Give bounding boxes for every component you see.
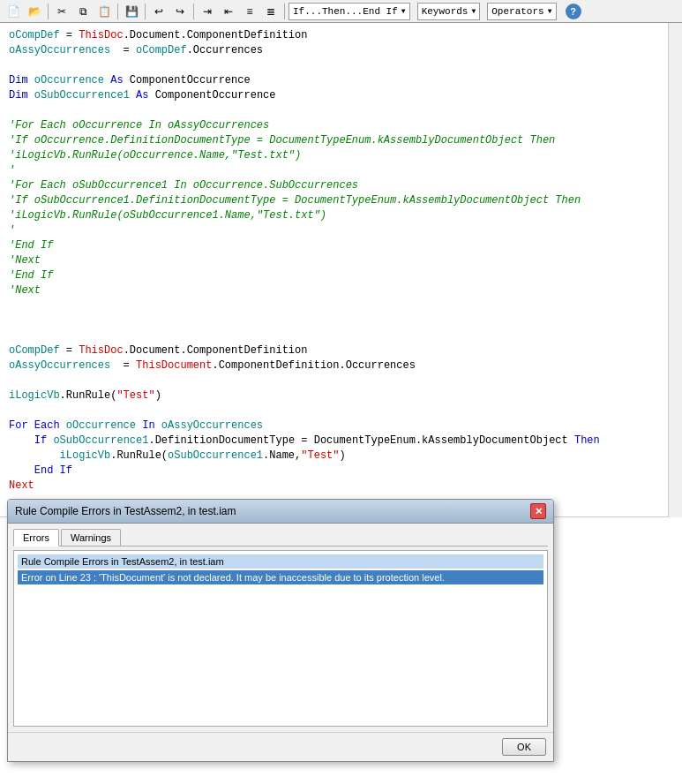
copy-button[interactable]: ⧉	[73, 2, 93, 21]
code-line: iLogicVb.RunRule(oSubOccurrence1.Name,"T…	[9, 449, 673, 464]
code-line	[9, 313, 673, 328]
toolbar: 📄 📂 ✂ ⧉ 📋 💾 ↩ ↪ ⇥ ⇤ ≡ ≣ If...Then...End …	[0, 0, 682, 23]
undo-button[interactable]: ↩	[149, 2, 169, 21]
error-header: Rule Compile Errors in TestAssem2, in te…	[18, 554, 543, 569]
tab-warnings[interactable]: Warnings	[61, 529, 121, 546]
indent-button[interactable]: ⇥	[198, 2, 217, 21]
code-line	[9, 103, 673, 118]
code-line: 'If oOccurrence.DefinitionDocumentType =…	[9, 133, 673, 148]
code-line: oAssyOccurrences = oCompDef.Occurrences	[9, 43, 673, 58]
code-line: Dim oSubOccurrence1 As ComponentOccurren…	[9, 88, 673, 103]
sep5	[284, 4, 285, 19]
dialog-title: Rule Compile Errors in TestAssem2, in te…	[15, 505, 236, 517]
keywords-dropdown[interactable]: Keywords ▼	[417, 3, 481, 20]
if-then-arrow: ▼	[401, 7, 406, 15]
operators-dropdown[interactable]: Operators ▼	[487, 3, 556, 20]
code-line	[9, 328, 673, 343]
dialog-titlebar: Rule Compile Errors in TestAssem2, in te…	[8, 500, 553, 524]
dialog-footer: OK	[8, 732, 553, 761]
scrollbar[interactable]	[668, 23, 682, 517]
sep4	[193, 4, 194, 19]
code-line: For Each oOccurrence In oAssyOccurrences	[9, 418, 673, 433]
error-message: Error on Line 23 : 'ThisDocument' is not…	[18, 570, 543, 584]
keywords-arrow: ▼	[471, 7, 476, 15]
compile-errors-dialog: Rule Compile Errors in TestAssem2, in te…	[7, 499, 554, 762]
help-button[interactable]: ?	[566, 4, 581, 19]
sep2	[117, 4, 118, 19]
code-line: '	[9, 223, 673, 238]
ok-button[interactable]: OK	[502, 738, 546, 756]
code-line	[9, 58, 673, 73]
dialog-body: Errors Warnings Rule Compile Errors in T…	[8, 524, 553, 732]
code-line: 'End If	[9, 238, 673, 253]
code-line: '	[9, 163, 673, 178]
operators-label: Operators	[491, 6, 543, 17]
sep3	[145, 4, 146, 19]
close-button[interactable]: ✕	[530, 503, 546, 519]
code-line: 'Next	[9, 283, 673, 298]
outdent-button[interactable]: ⇤	[219, 2, 238, 21]
if-then-dropdown[interactable]: If...Then...End If ▼	[289, 3, 410, 20]
code-line: 'If oSubOccurrence1.DefinitionDocumentTy…	[9, 193, 673, 208]
code-line	[9, 298, 673, 313]
code-line: 'For Each oSubOccurrence1 In oOccurrence…	[9, 178, 673, 193]
code-line: 'iLogicVb.RunRule(oOccurrence.Name,"Test…	[9, 148, 673, 163]
code-editor[interactable]: oCompDef = ThisDoc.Document.ComponentDef…	[0, 23, 682, 517]
sep1	[48, 4, 49, 19]
operators-arrow: ▼	[548, 7, 552, 15]
code-line: iLogicVb.RunRule("Test")	[9, 388, 673, 403]
new-button[interactable]: 📄	[4, 2, 23, 21]
open-button[interactable]: 📂	[25, 2, 44, 21]
dialog-tabs: Errors Warnings	[13, 529, 548, 547]
code-line: oCompDef = ThisDoc.Document.ComponentDef…	[9, 343, 673, 358]
cut-button[interactable]: ✂	[52, 2, 71, 21]
code-line	[9, 403, 673, 418]
code-line: 'End If	[9, 268, 673, 283]
save-button[interactable]: 💾	[122, 2, 141, 21]
keywords-label: Keywords	[422, 6, 468, 17]
code-line: 'For Each oOccurrence In oAssyOccurrence…	[9, 118, 673, 133]
redo-button[interactable]: ↪	[170, 2, 190, 21]
align-button[interactable]: ≡	[240, 2, 259, 21]
code-line: If oSubOccurrence1.DefinitionDocumentTyp…	[9, 433, 673, 449]
code-line: 'Next	[9, 253, 673, 268]
dialog-content: Rule Compile Errors in TestAssem2, in te…	[13, 550, 548, 727]
code-line: Next	[9, 479, 673, 494]
code-line: oCompDef = ThisDoc.Document.ComponentDef…	[9, 28, 673, 43]
code-line: Dim oOccurrence As ComponentOccurrence	[9, 73, 673, 88]
code-line: End If	[9, 464, 673, 479]
paste-button[interactable]: 📋	[94, 2, 114, 21]
code-line: 'iLogicVb.RunRule(oSubOccurrence1.Name,"…	[9, 208, 673, 223]
format-button[interactable]: ≣	[261, 2, 281, 21]
code-line: oAssyOccurrences = ThisDocument.Componen…	[9, 358, 673, 373]
code-line	[9, 373, 673, 388]
tab-errors[interactable]: Errors	[13, 529, 59, 547]
if-then-label: If...Then...End If	[293, 6, 398, 17]
